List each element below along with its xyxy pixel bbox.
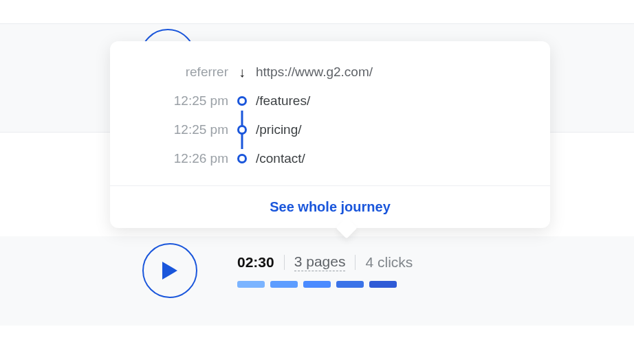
step-path: /features/ [256, 93, 529, 109]
step-time: 12:26 pm [131, 151, 228, 166]
referrer-label: referrer [131, 65, 228, 80]
separator [355, 255, 356, 270]
step-path: /contact/ [256, 151, 529, 166]
clicks-count: 4 clicks [365, 254, 413, 271]
arrow-down-icon: ↓ [228, 65, 256, 79]
step-path: /pricing/ [256, 122, 529, 137]
step-time: 12:25 pm [131, 122, 228, 137]
activity-segment [336, 281, 364, 288]
timeline-node [228, 96, 256, 106]
pages-count[interactable]: 3 pages [294, 253, 346, 271]
popover-footer: See whole journey [110, 185, 550, 228]
activity-segments [237, 281, 413, 288]
session-duration: 02:30 [237, 254, 274, 271]
timeline-node [228, 125, 256, 135]
metrics-line: 02:30 3 pages 4 clicks [237, 253, 413, 271]
play-button-peek [140, 29, 195, 41]
stage: referrer ↓ https://www.g2.com/ 12:25 pm/… [0, 0, 634, 364]
activity-segment [237, 281, 265, 288]
step-time: 12:25 pm [131, 93, 228, 109]
journey-step: 12:26 pm/contact/ [131, 144, 529, 173]
see-whole-journey-link[interactable]: See whole journey [270, 199, 391, 215]
activity-segment [303, 281, 331, 288]
session-summary: 02:30 3 pages 4 clicks [142, 243, 413, 298]
activity-segment [270, 281, 298, 288]
play-icon [161, 260, 179, 281]
separator [284, 255, 285, 270]
journey-step: 12:25 pm/features/ [131, 87, 529, 115]
activity-segment [369, 281, 397, 288]
referrer-row: referrer ↓ https://www.g2.com/ [131, 58, 529, 87]
journey-popover: referrer ↓ https://www.g2.com/ 12:25 pm/… [110, 41, 550, 228]
referrer-url: https://www.g2.com/ [256, 65, 529, 80]
timeline-node [228, 154, 256, 163]
play-button[interactable] [142, 243, 197, 298]
journey-step: 12:25 pm/pricing/ [131, 115, 529, 144]
